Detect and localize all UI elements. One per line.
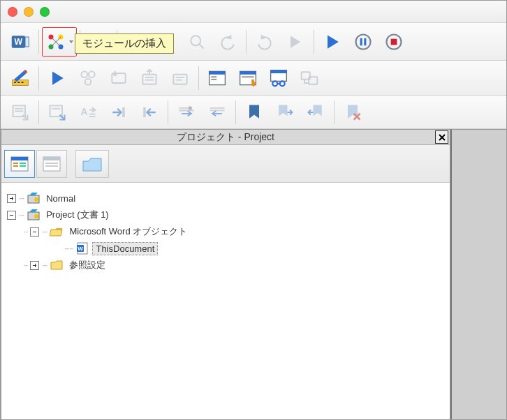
compile-button[interactable] <box>73 63 103 93</box>
tree-node-normal[interactable]: ···· Normal <box>7 190 444 207</box>
svg-point-76 <box>34 197 38 202</box>
separator <box>168 100 168 124</box>
breakpoint-button[interactable] <box>171 98 202 127</box>
svg-rect-18 <box>364 38 366 45</box>
expand-icon[interactable] <box>30 261 39 270</box>
tree-label: Microsoft Word オブジェクト <box>66 225 190 239</box>
separator <box>198 66 199 90</box>
design-mode-button[interactable] <box>5 63 36 93</box>
traffic-zoom[interactable] <box>40 7 50 17</box>
traffic-minimize[interactable] <box>24 7 34 17</box>
prev-bookmark-button[interactable] <box>300 98 331 127</box>
view-code-button[interactable] <box>4 150 35 178</box>
svg-rect-61 <box>179 110 194 111</box>
project-panel-titlebar: プロジェクト - Project <box>1 130 450 145</box>
svg-rect-36 <box>210 71 226 74</box>
step-out-button[interactable] <box>165 63 196 93</box>
undo-button[interactable] <box>212 27 243 57</box>
svg-rect-40 <box>240 71 256 74</box>
continue-button[interactable] <box>280 27 311 57</box>
step-over-button[interactable] <box>134 63 165 93</box>
tree-label-selected: ThisDocument <box>92 242 158 255</box>
svg-point-62 <box>189 106 192 110</box>
svg-text:W: W <box>78 246 84 252</box>
collapse-icon[interactable] <box>30 227 39 237</box>
svg-rect-69 <box>20 163 26 164</box>
tree-node-objects-folder[interactable]: ··· ···· Microsoft Word オブジェクト <box>24 223 444 240</box>
run-macro-button[interactable] <box>42 63 73 93</box>
svg-text:A: A <box>81 105 88 117</box>
collapse-icon[interactable] <box>7 211 16 220</box>
toolbar-main: W モジュールの挿入 <box>1 23 506 61</box>
run-button[interactable] <box>317 27 348 57</box>
svg-point-25 <box>81 71 87 77</box>
pause-button[interactable] <box>348 27 379 57</box>
properties-window-button[interactable] <box>233 63 263 93</box>
project-explorer-button[interactable] <box>202 63 233 93</box>
svg-rect-63 <box>210 107 225 109</box>
svg-rect-57 <box>122 107 125 117</box>
window-titlebar <box>1 1 506 23</box>
svg-rect-64 <box>210 110 225 111</box>
insert-module-button[interactable] <box>43 29 68 55</box>
project-panel-toolbar <box>1 145 450 183</box>
svg-rect-34 <box>176 79 182 80</box>
folder-open-icon <box>50 225 64 239</box>
svg-rect-55 <box>89 113 96 114</box>
tree-node-references[interactable]: ··· ···· 参照設定 <box>24 257 444 273</box>
project-explorer-panel: プロジェクト - Project ···· <box>1 129 450 420</box>
word-app-icon[interactable]: W <box>5 27 36 57</box>
svg-point-45 <box>272 81 277 86</box>
svg-rect-58 <box>143 107 146 117</box>
clear-bookmarks-button[interactable] <box>337 98 368 127</box>
svg-rect-73 <box>45 163 58 164</box>
stop-button[interactable] <box>379 27 409 57</box>
svg-point-46 <box>280 81 285 86</box>
svg-rect-41 <box>242 76 254 77</box>
project-icon <box>27 208 41 222</box>
redo-button[interactable] <box>249 27 280 57</box>
next-bookmark-button[interactable] <box>270 98 300 127</box>
svg-rect-72 <box>43 157 60 160</box>
expand-icon[interactable] <box>7 194 16 203</box>
svg-rect-23 <box>18 82 20 83</box>
svg-rect-22 <box>14 82 16 83</box>
svg-rect-68 <box>13 165 18 167</box>
svg-rect-56 <box>89 116 96 117</box>
view-object-button[interactable] <box>36 150 67 178</box>
project-panel-close-button[interactable] <box>435 130 448 144</box>
toggle-folders-button[interactable] <box>75 150 109 178</box>
object-browser-button[interactable] <box>263 63 294 93</box>
project-panel-title: プロジェクト - Project <box>177 131 274 144</box>
tree-node-project[interactable]: ···· Project (文書 1) <box>7 207 444 223</box>
insert-module-dropdown[interactable] <box>68 39 74 45</box>
find-button[interactable] <box>182 27 212 57</box>
svg-rect-30 <box>145 77 154 78</box>
svg-point-26 <box>89 71 95 77</box>
traffic-close[interactable] <box>8 7 17 17</box>
comment-block-button[interactable] <box>202 98 233 127</box>
separator <box>38 30 39 54</box>
step-into-button[interactable] <box>103 63 134 93</box>
list-properties-button[interactable] <box>5 98 36 127</box>
project-tree[interactable]: ···· Normal ···· Project (文書 1) ··· ···· <box>1 183 450 420</box>
indent-button[interactable] <box>103 98 134 127</box>
tree-label: Normal <box>43 193 78 204</box>
outdent-button[interactable] <box>134 98 165 127</box>
tree-label: Project (文書 1) <box>43 208 112 222</box>
quick-info-button[interactable]: A <box>73 98 103 127</box>
svg-rect-74 <box>45 165 58 167</box>
svg-rect-66 <box>11 157 28 160</box>
svg-point-27 <box>85 78 91 84</box>
workspace: プロジェクト - Project ···· <box>1 129 506 420</box>
svg-rect-37 <box>211 76 216 77</box>
toolbox-button[interactable] <box>294 63 325 93</box>
toggle-bookmark-button[interactable] <box>239 98 270 127</box>
svg-rect-50 <box>15 107 23 109</box>
svg-rect-44 <box>271 70 287 73</box>
svg-rect-67 <box>13 163 18 164</box>
tree-node-thisdocument[interactable]: ······· W ThisDocument <box>64 240 444 257</box>
svg-rect-33 <box>176 77 184 78</box>
word-document-icon: W <box>75 241 89 255</box>
list-constants-button[interactable] <box>42 98 73 127</box>
